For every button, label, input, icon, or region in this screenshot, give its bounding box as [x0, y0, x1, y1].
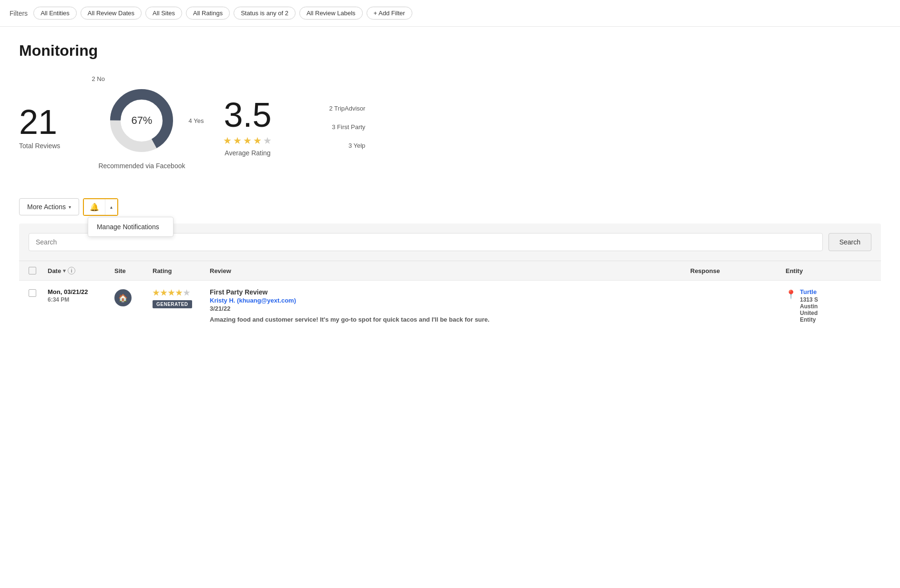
search-button[interactable]: Search	[828, 233, 871, 251]
more-actions-label: More Actions	[27, 203, 66, 211]
pie-chart-section: 2 TripAdvisor 3 First Party 3 Yelp	[329, 79, 411, 175]
date-info-icon[interactable]: i	[68, 267, 75, 274]
select-all-checkbox[interactable]	[29, 267, 36, 274]
review-star-5: ★	[183, 288, 190, 297]
chevron-up-icon: ▴	[110, 204, 112, 210]
filter-all-entities[interactable]: All Entities	[33, 7, 77, 20]
donut-wrapper: 67% 2 No 4 Yes	[106, 85, 177, 156]
table-row: Mon, 03/21/22 6:34 PM 🏠 ★ ★ ★ ★ ★ GENERA…	[19, 280, 881, 332]
bell-icon: 🔔	[90, 203, 99, 212]
review-title: First Party Review	[210, 288, 690, 296]
entity-name[interactable]: Turtle	[800, 288, 818, 295]
row-checkbox[interactable]	[29, 289, 36, 297]
pie-legend: 2 TripAdvisor 3 First Party 3 Yelp	[329, 105, 365, 149]
filter-bar: Filters All Entities All Review Dates Al…	[0, 0, 900, 27]
entity-address: 1313 S Austin United Entity	[800, 296, 818, 323]
donut-yes-count: 4 Yes	[189, 117, 204, 124]
review-column-header: Review	[210, 267, 690, 274]
filter-all-sites[interactable]: All Sites	[145, 7, 182, 20]
notification-chevron-button[interactable]: ▴	[105, 199, 117, 215]
pie-legend-firstparty: 3 First Party	[329, 123, 365, 131]
star-4: ★	[253, 135, 262, 146]
average-rating-stat: 3.5 ★ ★ ★ ★ ★ Average Rating	[223, 98, 272, 157]
manage-notifications-item[interactable]: Manage Notifications	[88, 217, 173, 236]
star-2: ★	[233, 135, 242, 146]
review-star-1: ★	[153, 288, 159, 297]
review-date-text: Mon, 03/21/22	[48, 288, 88, 295]
pie-svg-container	[373, 79, 411, 175]
pie-legend-tripadvisor: 2 TripAdvisor	[329, 105, 365, 112]
rating-column-header: Rating	[153, 267, 210, 274]
review-time-text: 6:34 PM	[48, 296, 88, 303]
notification-dropdown: Manage Notifications	[88, 217, 174, 237]
filter-review-labels[interactable]: All Review Labels	[299, 7, 363, 20]
generated-badge: GENERATED	[153, 300, 192, 308]
pie-legend-yelp: 3 Yelp	[329, 142, 365, 149]
filter-review-dates[interactable]: All Review Dates	[81, 7, 142, 20]
total-reviews-stat: 21 Total Reviews	[19, 105, 60, 150]
total-reviews-number: 21	[19, 105, 60, 139]
review-stars: ★ ★ ★ ★ ★	[153, 288, 190, 297]
main-content: Monitoring 21 Total Reviews 67% 2 No 4 Y…	[0, 27, 900, 347]
page-title: Monitoring	[19, 42, 881, 60]
donut-caption: Recommended via Facebook	[98, 162, 185, 170]
review-star-4: ★	[175, 288, 182, 297]
notification-button-group: 🔔 ▴ Manage Notifications	[83, 198, 118, 216]
total-reviews-label: Total Reviews	[19, 142, 60, 150]
filter-label: Filters	[10, 10, 28, 17]
stats-row: 21 Total Reviews 67% 2 No 4 Yes Recommen…	[19, 79, 881, 175]
average-rating-label: Average Rating	[225, 149, 270, 157]
review-date-sub: 3/21/22	[210, 305, 690, 312]
star-1: ★	[223, 135, 232, 146]
chevron-down-icon: ▾	[69, 204, 71, 210]
filter-status[interactable]: Status is any of 2	[234, 7, 296, 20]
star-3: ★	[243, 135, 252, 146]
site-column-header: Site	[114, 267, 153, 274]
add-filter-button[interactable]: + Add Filter	[367, 7, 412, 20]
response-column-header: Response	[690, 267, 786, 274]
more-actions-button[interactable]: More Actions ▾	[19, 198, 79, 215]
site-icon: 🏠	[114, 289, 132, 306]
notification-bell-button[interactable]: 🔔	[84, 199, 105, 215]
donut-percentage: 67%	[131, 114, 152, 127]
date-sort-icon[interactable]: ▾	[63, 268, 66, 274]
donut-no-count: 2 No	[92, 75, 104, 82]
rating-stars: ★ ★ ★ ★ ★	[223, 135, 272, 146]
review-star-2: ★	[160, 288, 167, 297]
donut-chart: 67% 2 No 4 Yes Recommended via Facebook	[98, 85, 185, 170]
pie-svg	[373, 79, 411, 174]
location-icon: 📍	[786, 289, 796, 300]
home-icon: 🏠	[118, 294, 128, 303]
star-5: ★	[263, 135, 272, 146]
average-rating-number: 3.5	[224, 98, 271, 132]
filter-all-ratings[interactable]: All Ratings	[186, 7, 230, 20]
review-entity: 📍 Turtle 1313 S Austin United Entity	[786, 288, 871, 323]
entity-column-header: Entity	[786, 267, 871, 274]
review-date: Mon, 03/21/22 6:34 PM	[48, 288, 88, 303]
actions-row: More Actions ▾ 🔔 ▴ Manage Notifications	[19, 198, 881, 216]
review-author[interactable]: Kristy H. (khuang@yext.com)	[210, 297, 690, 304]
review-text: Amazing food and customer service! It's …	[210, 315, 690, 324]
date-column-header: Date ▾ i	[48, 267, 114, 274]
review-star-3: ★	[168, 288, 174, 297]
table-header: Date ▾ i Site Rating Review Response Ent…	[19, 261, 881, 280]
